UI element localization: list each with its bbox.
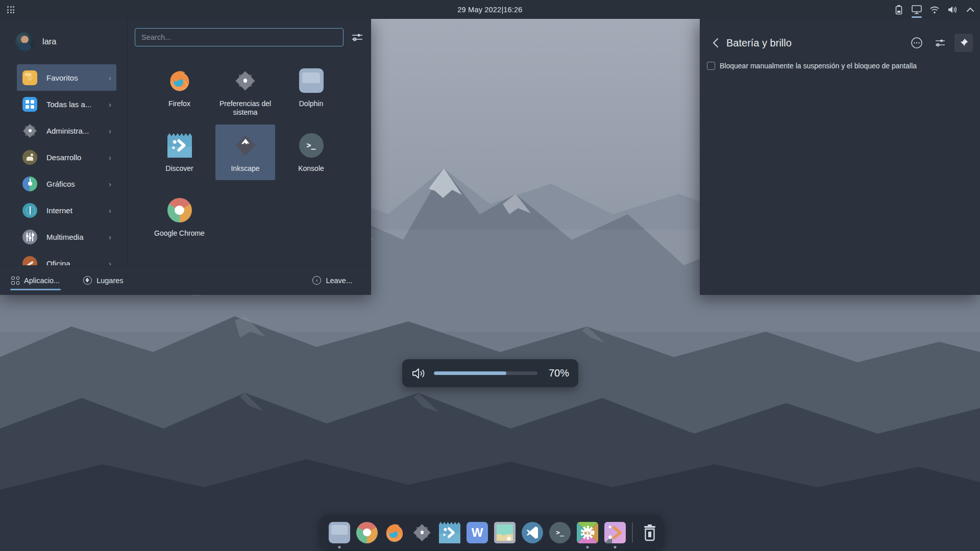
app-preferencias-del-sistema[interactable]: Preferencias del sistema [215,60,275,115]
system-settings-icon [233,68,258,93]
launcher-sidebar: lara Favoritos › Todas las a... › [0,19,128,265]
image-viewer-icon [494,522,516,543]
dock-item-trash[interactable] [639,522,660,543]
volume-osd-value: 70% [545,367,569,379]
sidebar-item-todas-las-aplicaciones[interactable]: Todas las a... › [17,91,116,117]
konsole-icon: >_ [299,133,324,158]
app-discover[interactable]: Discover [150,124,209,180]
sidebar-item-favoritos[interactable]: Favoritos › [17,64,116,91]
user-name: lara [42,37,57,46]
leave-icon: ‹ [312,276,321,285]
trash-icon [639,522,660,543]
chevron-right-icon: › [109,127,111,135]
chevron-right-icon: › [109,73,111,82]
firefox-icon [384,522,405,543]
launcher-footer: Aplicacio... Lugares ‹ Leave... [0,265,371,295]
active-tray-indicator [912,16,922,18]
system-settings-icon [411,522,433,543]
office-icon [22,256,37,266]
running-indicator [338,546,341,548]
more-options-button[interactable] [908,34,926,52]
places-tab-icon [83,276,92,285]
sidebar-item-graficos[interactable]: Gráficos › [17,170,116,197]
kvantum-icon: KV [577,522,598,543]
back-button[interactable] [709,36,722,49]
chevron-right-icon: › [109,100,111,109]
dock-item-gwenview[interactable] [494,522,516,543]
system-administration-icon [22,123,37,138]
manual-lock-row: Bloquear manualmente la suspensión y el … [707,62,917,70]
desktop: 29 May 2022|16:26 [0,0,980,551]
chevron-right-icon: › [109,259,111,266]
app-firefox[interactable]: Firefox [150,60,209,115]
multimedia-icon [22,230,37,244]
internet-icon [22,203,37,218]
sidebar-item-administracion[interactable]: Administra... › [17,117,116,144]
google-chrome-icon [167,198,192,222]
tab-applications[interactable]: Aplicacio... [11,277,60,285]
graphics-icon [22,177,37,191]
inkscape-icon [233,133,258,158]
chevron-right-icon: › [109,206,111,215]
leave-button[interactable]: ‹ Leave... [312,276,352,285]
user-avatar[interactable] [15,32,34,51]
sidebar-item-internet[interactable]: Internet › [17,197,116,223]
development-icon [22,150,37,165]
dolphin-icon [299,68,324,93]
dock-item-kvantum[interactable]: KV [577,522,598,543]
favorites-folder-icon [22,70,37,85]
firefox-icon [167,68,192,93]
app-grid: Firefox Preferencias del sistema Dolphin [150,60,341,254]
plasma-arrow-app-icon [604,522,626,543]
clock[interactable]: 29 May 2022|16:26 [0,0,980,19]
dock-item-vscode[interactable] [522,522,543,543]
sidebar-item-oficina[interactable]: Oficina › [17,250,116,265]
svg-text:KV: KV [584,531,591,536]
chevron-right-icon: › [109,233,111,241]
app-dolphin[interactable]: Dolphin [281,60,341,115]
display-tray-icon[interactable] [911,0,922,19]
dock-item-firefox[interactable] [384,522,405,543]
pin-button[interactable] [954,34,973,52]
expand-tray-icon[interactable] [965,0,976,19]
dock-item-discover[interactable] [439,522,460,543]
sidebar-item-desarrollo[interactable]: Desarrollo › [17,144,116,170]
dock-item-system-settings[interactable] [411,522,433,543]
manual-lock-label: Bloquear manualmente la suspensión y el … [720,62,917,70]
konsole-icon: >_ [549,522,571,543]
running-indicator [586,546,589,548]
speaker-icon [411,367,427,380]
app-konsole[interactable]: >_ Konsole [281,124,341,180]
category-list: Favoritos › Todas las a... › Administra.… [0,64,127,265]
discover-icon [439,522,460,543]
applications-tab-icon [11,277,19,285]
wifi-icon[interactable] [929,0,940,19]
dock-item-google-chrome[interactable] [356,522,378,543]
running-indicator [614,546,617,548]
discover-icon [167,133,192,158]
panel-title: Batería y brillo [726,37,792,49]
dock: W >_ [321,515,663,549]
chevron-right-icon: › [109,180,111,188]
app-google-chrome[interactable]: Google Chrome [150,189,209,245]
dock-item-dolphin[interactable] [329,522,350,543]
chevron-right-icon: › [109,153,111,162]
tab-places[interactable]: Lugares [83,276,123,285]
configure-button[interactable] [931,34,949,52]
app-inkscape[interactable]: Inkscape [215,124,275,180]
dock-item-plasma-arrow-app[interactable] [604,522,626,543]
dock-item-word[interactable]: W [467,522,488,543]
dock-item-konsole[interactable]: >_ [549,522,571,543]
manual-lock-checkbox[interactable] [707,62,715,70]
user-row: lara [0,19,127,64]
sidebar-item-multimedia[interactable]: Multimedia › [17,223,116,250]
application-launcher: lara Favoritos › Todas las a... › [0,19,371,295]
battery-brightness-panel: Batería y brillo Bloquear manualmente la… [700,19,980,295]
system-tray [893,0,976,19]
volume-tray-icon[interactable] [947,0,958,19]
all-apps-icon [22,97,37,112]
filter-icon[interactable] [351,31,364,44]
search-input[interactable] [135,28,344,46]
battery-tray-icon[interactable] [893,0,904,19]
dock-separator [632,522,633,543]
